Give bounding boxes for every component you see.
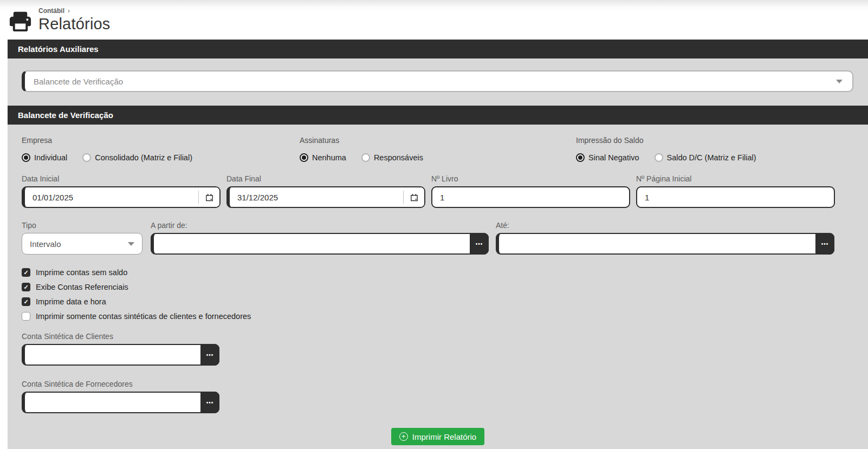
radio-groups-row: Empresa Individual Consolidado (Matriz e… [22,136,854,162]
tipo-value: Intervalo [30,239,61,249]
field-a-partir-de: A partir de: ••• [151,221,489,255]
conta-sintetica-fornecedores-input[interactable] [25,393,218,412]
chevron-down-icon [128,242,134,246]
checkbox-exibe-contas-referenciais[interactable]: ✓ Exibe Contas Referenciais [22,283,854,291]
checkbox-checked-icon[interactable]: ✓ [22,297,30,306]
lookup-ellipsis-icon[interactable]: ••• [470,233,489,255]
breadcrumb: Contábil › [38,7,111,15]
radio-selected-icon[interactable] [576,153,585,162]
section-bar-balancete: Balancete de Verificação [8,106,868,125]
group-label: Assinaturas [300,136,576,145]
checkbox-list: ✓ Imprime contas sem saldo ✓ Exibe Conta… [22,268,854,321]
radio-group-empresa: Empresa Individual Consolidado (Matriz e… [22,136,300,162]
printer-icon [8,8,33,34]
calendar-icon[interactable] [404,187,424,207]
report-select-section: Balancete de Verificação [8,58,868,106]
radio-option-individual[interactable]: Individual [22,153,67,162]
page-header: Contábil › Relatórios [0,0,868,40]
num-pagina-inicial-input[interactable] [637,187,834,207]
radio-unselected-icon[interactable] [361,153,370,162]
a-partir-de-input[interactable] [154,234,488,253]
checkbox-checked-icon[interactable]: ✓ [22,268,30,277]
breadcrumb-chevron-icon: › [68,7,70,15]
radio-option-saldo-dc[interactable]: Saldo D/C (Matriz e Filial) [655,153,756,162]
data-final-input[interactable] [230,187,403,207]
group-label: Impressão do Saldo [576,136,772,145]
checkbox-unchecked-icon[interactable] [22,312,30,321]
section-bar-label: Relatórios Auxiliares [18,44,99,54]
lookup-ellipsis-icon[interactable]: ••• [200,344,219,366]
page-title: Relatórios [38,15,111,33]
radio-group-assinaturas: Assinaturas Nenhuma Responsáveis [300,136,576,162]
report-type-value: Balancete de Verificação [34,77,123,86]
radio-unselected-icon[interactable] [655,153,663,162]
balancete-form: Empresa Individual Consolidado (Matriz e… [8,125,868,449]
radio-option-consolidado[interactable]: Consolidado (Matriz e Filial) [82,153,192,162]
field-ate: Até: ••• [496,221,834,255]
num-livro-input[interactable] [432,187,629,207]
group-label: Empresa [22,136,300,145]
dates-row: Data Inicial Data Final [22,174,854,208]
radio-option-nenhuma[interactable]: Nenhuma [300,153,346,162]
radio-option-responsaveis[interactable]: Responsáveis [361,153,423,162]
chevron-down-icon [836,80,843,83]
checkbox-somente-contas-sinteticas[interactable]: Imprimir somente contas sintéticas de cl… [22,312,854,321]
imprimir-relatorio-label: Imprimir Relatório [412,432,476,441]
imprimir-relatorio-button[interactable]: + Imprimir Relatório [391,428,484,445]
radio-option-sinal-negativo[interactable]: Sinal Negativo [576,153,639,162]
submit-row: + Imprimir Relatório [22,428,854,445]
ate-input[interactable] [499,234,833,253]
data-inicial-input[interactable] [25,187,198,207]
checkbox-imprime-data-e-hora[interactable]: ✓ Imprime data e hora [22,297,854,306]
field-data-final: Data Final [226,174,425,208]
radio-selected-icon[interactable] [22,153,30,162]
field-num-livro: Nº Livro [431,174,630,208]
plus-circle-icon: + [399,432,408,441]
field-tipo: Tipo Intervalo [22,221,142,255]
range-row: Tipo Intervalo A partir de: ••• Até: ••• [22,221,854,255]
report-type-select[interactable]: Balancete de Verificação [22,70,853,92]
field-conta-sintetica-clientes: Conta Sintética de Clientes ••• [22,332,219,366]
conta-sintetica-clientes-input[interactable] [25,345,218,365]
radio-unselected-icon[interactable] [82,153,91,162]
radio-group-impressao-saldo: Impressão do Saldo Sinal Negativo Saldo … [576,136,772,162]
main-panel: Relatórios Auxiliares Balancete de Verif… [8,40,868,449]
checkbox-checked-icon[interactable]: ✓ [22,283,30,291]
breadcrumb-contabil[interactable]: Contábil [38,7,64,15]
field-conta-sintetica-fornecedores: Conta Sintética de Fornecedores ••• [22,380,219,413]
checkbox-imprime-contas-sem-saldo[interactable]: ✓ Imprime contas sem saldo [22,268,854,277]
lookup-ellipsis-icon[interactable]: ••• [815,233,834,255]
calendar-icon[interactable] [199,187,219,207]
field-num-pagina-inicial: Nº Página Inicial [636,174,835,208]
section-bar-label: Balancete de Verificação [18,110,113,120]
tipo-select[interactable]: Intervalo [22,233,142,255]
radio-selected-icon[interactable] [300,153,308,162]
lookup-ellipsis-icon[interactable]: ••• [200,392,219,413]
field-data-inicial: Data Inicial [22,174,221,208]
section-bar-relatorios-auxiliares: Relatórios Auxiliares [8,40,868,58]
